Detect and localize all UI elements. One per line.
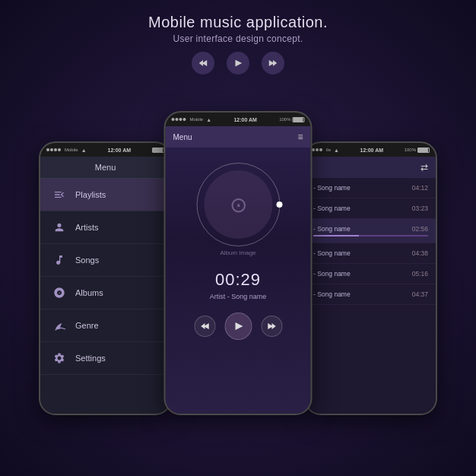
playlist-item[interactable]: - Song name 03:23 — [306, 198, 436, 219]
wifi-icon: ▲ — [81, 148, 87, 153]
status-left: Mobile ▲ — [46, 148, 87, 153]
song-name-5: - Song name — [313, 270, 408, 278]
carrier-c: Mobile — [190, 117, 204, 122]
playlist-items: - Song name 04:12 - Song name 03:23 - So… — [306, 178, 436, 414]
menu-item-settings[interactable]: Settings — [40, 342, 170, 375]
song-duration-5: 05:16 — [412, 270, 428, 278]
battery-fill-c — [294, 118, 303, 122]
shuffle-icon[interactable]: ⇄ — [420, 162, 428, 173]
phone-left: Mobile ▲ 12:00 AM Menu Playlists — [39, 141, 172, 415]
menu-lines-icon[interactable]: ≡ — [297, 132, 303, 142]
player-header: Menu ≡ — [166, 126, 311, 148]
song-name-2: - Song name — [313, 205, 408, 212]
battery-fill — [153, 148, 163, 152]
wifi-icon-c: ▲ — [206, 117, 211, 122]
battery-bar-r — [417, 148, 430, 153]
settings-icon — [51, 350, 68, 367]
menu-items: Playlists Artists Songs — [40, 179, 170, 414]
play-button[interactable] — [227, 52, 249, 75]
signal-dots-c — [172, 118, 186, 121]
song-duration-4: 04:38 — [412, 249, 428, 257]
menu-item-albums[interactable]: Albums — [40, 277, 170, 309]
playlist-header: ⇄ — [306, 157, 436, 178]
menu-label-artists: Artists — [75, 223, 99, 232]
battery-bar-c — [293, 117, 305, 122]
status-left-c: Mobile ▲ — [172, 117, 212, 122]
menu-item-playlists[interactable]: Playlists — [40, 179, 170, 211]
battery-pct-r: 100% — [405, 148, 416, 152]
signal-dot — [50, 148, 53, 151]
power-btn-r — [436, 185, 437, 200]
progress-section: 00:29 Artist - Song name — [166, 264, 311, 303]
menu-label-songs: Songs — [75, 255, 99, 265]
status-right — [152, 148, 164, 153]
song-duration-1: 04:12 — [412, 184, 428, 192]
player-rewind-btn[interactable] — [194, 316, 215, 337]
player-controls — [166, 303, 311, 349]
time-c: 12:00 AM — [233, 117, 256, 122]
genre-icon — [51, 317, 68, 334]
power-btn — [312, 162, 313, 179]
song-duration-2: 03:23 — [412, 205, 428, 212]
time-display-player: 00:29 — [166, 270, 311, 290]
menu-label-settings: Settings — [75, 354, 106, 363]
phone-center: Mobile ▲ 12:00 AM 100% Menu ≡ — [164, 111, 313, 415]
vol-button — [164, 166, 165, 192]
battery-fill-r — [418, 148, 428, 152]
menu-label-albums: Albums — [75, 288, 103, 297]
page-subtitle: User interface design concept. — [148, 33, 328, 44]
albums-icon — [51, 284, 68, 301]
artists-icon — [51, 219, 68, 236]
carrier-text: Mobile — [65, 148, 78, 152]
menu-item-songs[interactable]: Songs — [40, 244, 170, 277]
camera-icon: ⊙ — [230, 192, 247, 217]
page-title: Mobile music application. — [148, 14, 328, 31]
playlist-item-active[interactable]: - Song name 02:56 — [306, 219, 436, 243]
playlist-item[interactable]: - Song name 04:38 — [306, 243, 436, 264]
ring-dot — [276, 202, 282, 208]
playlist-item[interactable]: - Song name 04:37 — [306, 284, 436, 305]
song-name-3: - Song name — [313, 225, 408, 233]
progress-fill — [313, 235, 359, 236]
album-art: ⊙ — [204, 170, 272, 239]
song-name-1: - Song name — [313, 184, 408, 192]
menu-header: Menu — [40, 157, 170, 179]
songs-icon — [51, 252, 68, 268]
time-r: 12:00 AM — [360, 148, 383, 153]
menu-label-genre: Genre — [75, 321, 99, 330]
player-forward-btn[interactable] — [261, 316, 282, 337]
status-bar-center: Mobile ▲ 12:00 AM 100% — [166, 113, 311, 126]
transport-controls — [192, 52, 284, 75]
status-bar-left: Mobile ▲ 12:00 AM — [40, 143, 170, 157]
player-title: Menu — [173, 133, 192, 141]
volume-button — [39, 189, 40, 211]
battery-bar — [152, 148, 164, 153]
signal-dots-r — [312, 148, 322, 151]
song-name-6: - Song name — [313, 290, 408, 298]
menu-item-artists[interactable]: Artists — [40, 211, 170, 244]
playlists-icon — [51, 186, 68, 203]
status-left-r: ile ▲ — [312, 148, 339, 153]
player-screen: Menu ≡ ⊙ Album Image 00:29 Artist - Song… — [166, 126, 311, 414]
album-label: Album Image — [220, 249, 255, 256]
forward-button[interactable] — [262, 52, 284, 75]
menu-label-playlists: Playlists — [75, 190, 106, 199]
playlist-item[interactable]: - Song name 04:12 — [306, 178, 436, 198]
player-play-btn[interactable] — [224, 313, 252, 340]
signal-dots — [46, 148, 61, 151]
progress-bar — [313, 235, 428, 236]
menu-item-genre[interactable]: Genre — [40, 309, 170, 342]
signal-dot — [46, 148, 49, 151]
status-bar-right: ile ▲ 12:00 AM 100% — [306, 143, 436, 157]
phones-container: Mobile ▲ 12:00 AM Menu Playlists — [17, 88, 459, 415]
playlist-item[interactable]: - Song name 05:16 — [306, 264, 436, 284]
album-ring: ⊙ — [196, 163, 280, 246]
song-duration-6: 04:37 — [412, 290, 428, 298]
song-info: Artist - Song name — [166, 293, 311, 300]
song-name-4: - Song name — [313, 249, 408, 257]
signal-dot — [54, 148, 57, 151]
signal-dot — [58, 148, 61, 151]
status-right-c: 100% — [279, 117, 304, 122]
wifi-icon-r: ▲ — [334, 148, 339, 153]
rewind-button[interactable] — [192, 52, 214, 75]
